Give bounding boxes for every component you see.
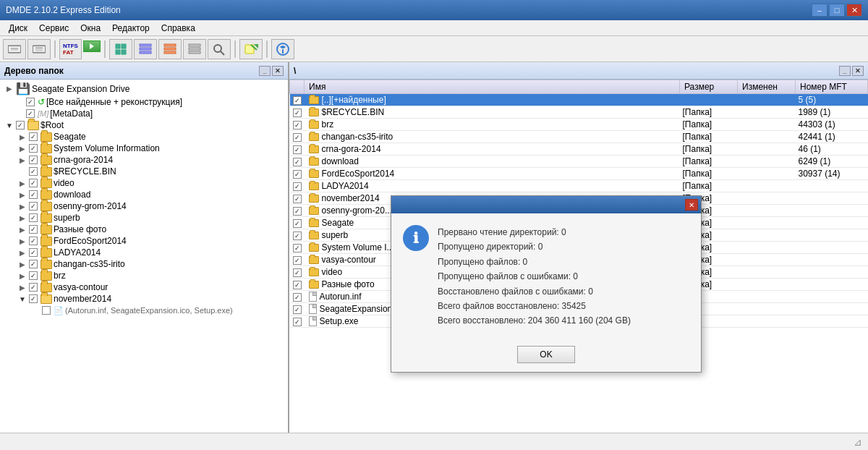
- col-mft[interactable]: Номер МFT: [796, 80, 868, 94]
- tree-checkbox[interactable]: [29, 248, 38, 257]
- tree-expand-november[interactable]: ▼: [17, 294, 27, 304]
- tree-item-download[interactable]: ▶ download: [0, 189, 288, 200]
- maximize-button[interactable]: □: [829, 4, 845, 17]
- menu-editor[interactable]: Редактор: [106, 20, 156, 35]
- tree-checkbox[interactable]: [29, 294, 38, 303]
- tree-expand-raznye[interactable]: ▶: [17, 224, 27, 234]
- table-row[interactable]: changan-cs35-irito[Папка]42441 (1): [290, 131, 868, 143]
- tree-expand-changan[interactable]: ▶: [17, 259, 27, 269]
- tree-checkbox[interactable]: [29, 202, 38, 211]
- tree-expand-download[interactable]: ▶: [17, 190, 27, 200]
- tree-item-superb[interactable]: ▶ superb: [0, 212, 288, 224]
- menu-service[interactable]: Сервис: [33, 20, 75, 35]
- file-checkbox[interactable]: [293, 268, 302, 277]
- tree-checkbox[interactable]: [29, 225, 38, 234]
- col-name[interactable]: Имя: [305, 80, 680, 94]
- tree-item-brz[interactable]: ▶ brz: [0, 270, 288, 281]
- tree-expand-brz[interactable]: ▶: [17, 271, 27, 281]
- tree-expand-video[interactable]: ▶: [17, 178, 27, 188]
- tree-expand-crna[interactable]: ▶: [17, 155, 27, 165]
- file-checkbox[interactable]: [293, 318, 302, 326]
- tree-item-all-found[interactable]: ↺ [Все найденные + реконструкция]: [0, 96, 288, 108]
- file-checkbox[interactable]: [293, 219, 302, 228]
- tree-item-files[interactable]: 📄 (Autorun.inf, SeagateExpansion.ico, Se…: [0, 305, 288, 316]
- tree-checkbox[interactable]: [29, 144, 38, 153]
- file-checkbox[interactable]: [293, 207, 302, 216]
- tree-item-video[interactable]: ▶ video: [0, 177, 288, 189]
- tree-checkbox[interactable]: [29, 237, 38, 245]
- tree-expand-svi[interactable]: ▶: [17, 143, 27, 153]
- tree-item-raznye[interactable]: ▶ Разные фото: [0, 224, 288, 235]
- tree-item-ladya[interactable]: ▶ LADYA2014: [0, 247, 288, 258]
- left-panel-close[interactable]: ✕: [272, 66, 284, 76]
- file-checkbox[interactable]: [293, 121, 302, 130]
- tree-item-crna[interactable]: ▶ crna-gora-2014: [0, 154, 288, 166]
- file-checkbox[interactable]: [293, 293, 302, 302]
- file-checkbox[interactable]: [293, 109, 302, 117]
- table-row[interactable]: download[Папка]6249 (1): [290, 156, 868, 168]
- file-checkbox[interactable]: [293, 170, 302, 179]
- file-checkbox[interactable]: [293, 281, 302, 289]
- table-row[interactable]: $RECYCLE.BIN[Папка]1989 (1): [290, 106, 868, 119]
- file-checkbox[interactable]: [293, 305, 302, 314]
- tree-checkbox[interactable]: [29, 283, 38, 292]
- right-panel-close[interactable]: ✕: [852, 66, 864, 76]
- tree-checkbox[interactable]: [29, 132, 38, 141]
- col-size[interactable]: Размер: [680, 80, 738, 94]
- file-checkbox[interactable]: [293, 96, 302, 105]
- tree-checkbox[interactable]: [29, 260, 38, 268]
- dialog-close-button[interactable]: ✕: [685, 199, 698, 211]
- toolbar-btn-2[interactable]: [27, 39, 51, 59]
- toolbar-btn-8[interactable]: [239, 39, 263, 59]
- file-checkbox[interactable]: [293, 158, 302, 166]
- col-modified[interactable]: Изменен: [738, 80, 796, 94]
- tree-checkbox[interactable]: [29, 156, 38, 164]
- tree-item-svi[interactable]: ▶ System Volume Information: [0, 143, 288, 154]
- tree-checkbox[interactable]: [42, 306, 51, 315]
- menu-disk[interactable]: Диск: [3, 20, 33, 35]
- tree-checkbox[interactable]: [26, 109, 35, 118]
- menu-windows[interactable]: Окна: [75, 20, 106, 35]
- tree-expand-ladya[interactable]: ▶: [17, 247, 27, 258]
- file-checkbox[interactable]: [293, 133, 302, 142]
- tree-checkbox[interactable]: [29, 179, 38, 187]
- toolbar-btn-5[interactable]: [158, 39, 182, 59]
- close-button[interactable]: ✕: [846, 4, 862, 17]
- col-checkbox[interactable]: [290, 80, 305, 94]
- folder-tree[interactable]: ▶ 💾 Seagate Expansion Drive ↺ [Все найде…: [0, 80, 288, 433]
- file-checkbox[interactable]: [293, 182, 302, 191]
- tree-item-ford[interactable]: ▶ FordEcoSport2014: [0, 235, 288, 247]
- table-row[interactable]: [..][+найденные]5 (5): [290, 94, 868, 106]
- tree-checkbox[interactable]: [16, 121, 25, 130]
- tree-expand-seagate-drive[interactable]: ▶: [4, 84, 14, 94]
- table-row[interactable]: crna-gora-2014[Папка]46 (1): [290, 143, 868, 156]
- tree-checkbox[interactable]: [29, 190, 38, 199]
- toolbar-btn-3[interactable]: [109, 39, 132, 59]
- tree-item-metadata[interactable]: [M] [MetaData]: [0, 108, 288, 119]
- tree-expand-seagate[interactable]: ▶: [17, 132, 27, 142]
- toolbar-btn-1[interactable]: [3, 39, 26, 59]
- minimize-button[interactable]: –: [812, 4, 827, 17]
- tree-item-vasya[interactable]: ▶ vasya-contour: [0, 281, 288, 293]
- tree-item-seagate-drive[interactable]: ▶ 💾 Seagate Expansion Drive: [0, 81, 288, 96]
- toolbar-btn-9[interactable]: [271, 39, 294, 59]
- tree-item-sroot[interactable]: ▼ $Root: [0, 119, 288, 131]
- table-row[interactable]: brz[Папка]44303 (1): [290, 119, 868, 131]
- dialog-ok-button[interactable]: OK: [517, 346, 575, 363]
- table-row[interactable]: LADYA2014[Папка]: [290, 180, 868, 192]
- file-checkbox[interactable]: [293, 256, 302, 265]
- resize-grip[interactable]: ⊿: [854, 436, 862, 448]
- tree-checkbox[interactable]: [29, 213, 38, 222]
- toolbar-btn-4[interactable]: [134, 39, 157, 59]
- file-checkbox[interactable]: [293, 145, 302, 154]
- menu-help[interactable]: Справка: [156, 20, 201, 35]
- toolbar-ntfs-fat[interactable]: NTFS FAT: [59, 39, 82, 59]
- right-panel-minimize[interactable]: _: [839, 66, 851, 76]
- tree-expand-vasya[interactable]: ▶: [17, 282, 27, 292]
- tree-expand-osenny[interactable]: ▶: [17, 201, 27, 211]
- file-checkbox[interactable]: [293, 232, 302, 240]
- tree-item-changan[interactable]: ▶ changan-cs35-irito: [0, 258, 288, 270]
- toolbar-btn-6[interactable]: [183, 39, 206, 59]
- tree-checkbox[interactable]: [26, 98, 35, 106]
- file-checkbox[interactable]: [293, 195, 302, 203]
